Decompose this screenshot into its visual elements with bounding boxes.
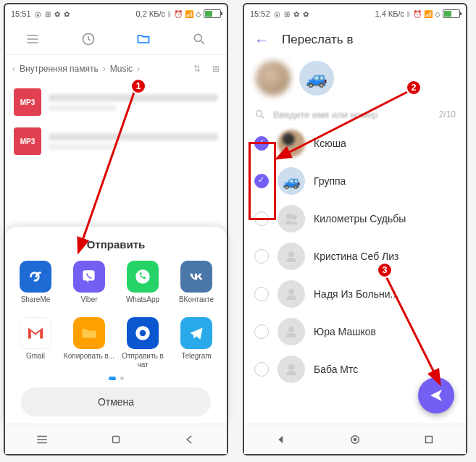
checkbox-icon[interactable] <box>254 249 269 264</box>
contact-row[interactable]: Кристина Себ Лиз <box>250 238 460 275</box>
checkbox-icon[interactable] <box>254 211 269 226</box>
contact-row[interactable]: 🚙 Группа <box>250 162 460 200</box>
app-chat[interactable]: Отправить в чат <box>117 317 169 369</box>
contact-row[interactable]: Километры Судьбы <box>250 200 460 238</box>
contact-row[interactable]: Ксюша <box>250 125 460 162</box>
app-label: Копировать в... <box>64 352 114 369</box>
page-title: Переслать в <box>282 33 353 47</box>
notif-icon: ◎ <box>274 10 280 18</box>
nav-back-icon[interactable] <box>183 433 196 446</box>
app-copy[interactable]: Копировать в... <box>63 317 115 369</box>
bluetooth-icon: ᛒ <box>167 10 172 18</box>
contact-name: Километры Судьбы <box>314 213 406 224</box>
status-time: 15:52 <box>250 9 270 18</box>
vk-icon <box>180 261 212 293</box>
svg-point-6 <box>256 111 262 117</box>
svg-point-4 <box>140 330 146 337</box>
avatar <box>277 205 305 232</box>
breadcrumb-root[interactable]: Внутренняя память <box>20 64 99 74</box>
notif-icon: ⊞ <box>284 10 290 18</box>
signal-icon: 📶 <box>185 10 193 18</box>
nav-back-icon[interactable] <box>275 433 288 446</box>
app-vk[interactable]: ВКонтакте <box>170 261 222 313</box>
checkbox-icon[interactable] <box>254 362 269 377</box>
avatar <box>277 356 305 383</box>
app-shareme[interactable]: ShareMe <box>9 261 62 313</box>
recent-avatar[interactable]: 🚙 <box>299 61 334 96</box>
breadcrumb[interactable]: ‹ Внутренняя память › Music › ⇅ ⊞ <box>5 55 227 83</box>
nav-menu-icon[interactable] <box>36 433 49 446</box>
menu-icon[interactable] <box>25 31 41 47</box>
nav-home-icon[interactable] <box>109 433 122 446</box>
search-icon[interactable] <box>191 31 207 47</box>
status-net: 0,2 КБ/с <box>135 9 165 18</box>
chat-icon <box>127 317 159 349</box>
send-fab[interactable] <box>418 377 454 413</box>
send-icon <box>427 387 445 404</box>
share-title: Отправить <box>9 238 222 251</box>
recent-icon[interactable] <box>80 31 96 47</box>
app-whatsapp[interactable]: WhatsApp <box>117 261 169 313</box>
contact-name: Кристина Себ Лиз <box>314 251 398 262</box>
mp3-badge: MP3 <box>14 88 41 116</box>
app-label: Viber <box>80 295 97 313</box>
status-net: 1,4 КБ/с <box>375 9 404 18</box>
avatar <box>277 318 305 345</box>
battery-icon <box>204 9 221 18</box>
app-label: Gmail <box>26 352 45 369</box>
chevron-right-icon: › <box>137 64 140 74</box>
app-label: Telegram <box>181 352 211 369</box>
nav-recent-icon[interactable] <box>422 433 435 446</box>
contact-row[interactable]: Юра Машков <box>250 313 460 350</box>
app-gmail[interactable]: Gmail <box>9 317 62 369</box>
notif-icon: ✿ <box>64 10 70 18</box>
statusbar: 15:51 ◎ ⊞ ✿ ✿ 0,2 КБ/с ᛒ ⏰ 📶 ◇ <box>5 4 227 23</box>
notif-icon: ⊞ <box>45 10 51 18</box>
svg-point-12 <box>288 364 294 370</box>
svg-rect-5 <box>113 436 120 442</box>
breadcrumb-folder[interactable]: Music <box>110 64 133 74</box>
app-label: ВКонтакте <box>179 295 214 313</box>
recent-avatar[interactable] <box>256 61 291 96</box>
nav-home-icon[interactable] <box>348 433 362 446</box>
statusbar: 15:52 ◎ ⊞ ✿ ✿ 1,4 КБ/с ᛒ ⏰ 📶 ◇ <box>244 4 466 23</box>
navbar <box>5 424 227 454</box>
grid-icon[interactable]: ⊞ <box>212 64 220 74</box>
app-viber[interactable]: Viber <box>63 261 115 313</box>
svg-point-14 <box>354 437 357 441</box>
search-row[interactable]: Введите имя или номер 2/10 <box>244 104 466 125</box>
folder-icon[interactable] <box>135 31 151 47</box>
contact-name: Надя Из Больни... <box>314 288 398 300</box>
checkbox-icon[interactable] <box>254 136 269 151</box>
svg-point-7 <box>286 214 292 219</box>
checkbox-icon[interactable] <box>254 174 269 188</box>
share-sheet: Отправить ShareMe Viber WhatsApp ВКонтак… <box>5 227 227 424</box>
sort-icon[interactable]: ⇅ <box>193 64 201 74</box>
app-label: WhatsApp <box>126 295 159 313</box>
pager <box>9 377 222 380</box>
contact-row[interactable]: Надя Из Больни... <box>250 275 460 313</box>
search-icon <box>254 109 266 120</box>
phone-filemanager: 15:51 ◎ ⊞ ✿ ✿ 0,2 КБ/с ᛒ ⏰ 📶 ◇ ‹ Внутрен… <box>4 3 228 455</box>
checkbox-icon[interactable] <box>254 324 269 339</box>
avatar: 🚙 <box>277 167 305 195</box>
file-row[interactable]: MP3 <box>5 83 227 122</box>
chevron-left-icon: ‹ <box>12 64 15 74</box>
notif-icon: ✿ <box>54 10 60 18</box>
file-name-blurred <box>49 94 218 111</box>
app-telegram[interactable]: Telegram <box>170 317 222 369</box>
checkbox-icon[interactable] <box>254 287 269 301</box>
chevron-right-icon: › <box>103 64 106 74</box>
notif-icon: ✿ <box>303 10 309 18</box>
viber-icon <box>73 261 105 293</box>
avatar <box>277 130 305 157</box>
navbar <box>244 424 466 454</box>
cancel-button[interactable]: Отмена <box>21 387 211 416</box>
app-grid: ShareMe Viber WhatsApp ВКонтакте Gmail К… <box>9 261 222 369</box>
avatar <box>277 280 305 308</box>
alarm-icon: ⏰ <box>174 10 183 18</box>
file-row[interactable]: MP3 <box>5 122 227 161</box>
back-arrow-icon[interactable]: ← <box>254 32 269 49</box>
svg-point-9 <box>288 251 294 257</box>
signal-icon: 📶 <box>424 10 433 18</box>
